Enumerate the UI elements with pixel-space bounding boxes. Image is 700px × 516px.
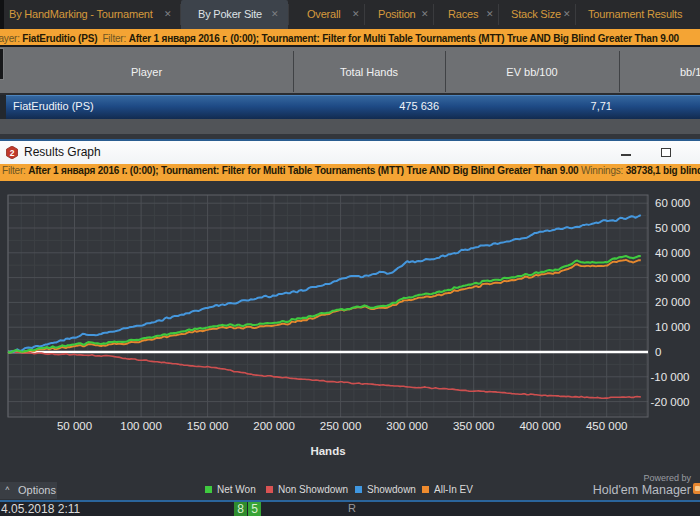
svg-text:100 000: 100 000: [120, 420, 162, 432]
svg-text:450 000: 450 000: [586, 420, 628, 432]
svg-text:250 000: 250 000: [320, 420, 362, 432]
svg-text:150 000: 150 000: [187, 420, 229, 432]
svg-text:0: 0: [655, 346, 661, 358]
svg-text:Non Showdown: Non Showdown: [278, 484, 348, 495]
svg-text:10 000: 10 000: [655, 321, 690, 333]
svg-text:Powered by: Powered by: [643, 473, 691, 483]
svg-text:Hands: Hands: [310, 445, 345, 457]
svg-text:-10 000: -10 000: [651, 371, 690, 383]
svg-text:350 000: 350 000: [453, 420, 495, 432]
svg-text:-20 000: -20 000: [651, 396, 690, 408]
svg-text:40 000: 40 000: [655, 247, 690, 259]
svg-text:50 000: 50 000: [57, 420, 92, 432]
svg-text:2: 2: [10, 148, 15, 158]
svg-text:300 000: 300 000: [386, 420, 428, 432]
svg-text:50 000: 50 000: [655, 222, 690, 234]
svg-text:60 000: 60 000: [655, 197, 690, 209]
svg-text:Hold'em Manager: Hold'em Manager: [593, 483, 691, 497]
svg-text:30 000: 30 000: [655, 272, 690, 284]
svg-text:400 000: 400 000: [519, 420, 561, 432]
svg-text:Showdown: Showdown: [367, 484, 416, 495]
svg-text:Net Won: Net Won: [217, 484, 256, 495]
svg-text:200 000: 200 000: [253, 420, 295, 432]
svg-text:20 000: 20 000: [655, 296, 690, 308]
svg-text:All-In EV: All-In EV: [434, 484, 473, 495]
